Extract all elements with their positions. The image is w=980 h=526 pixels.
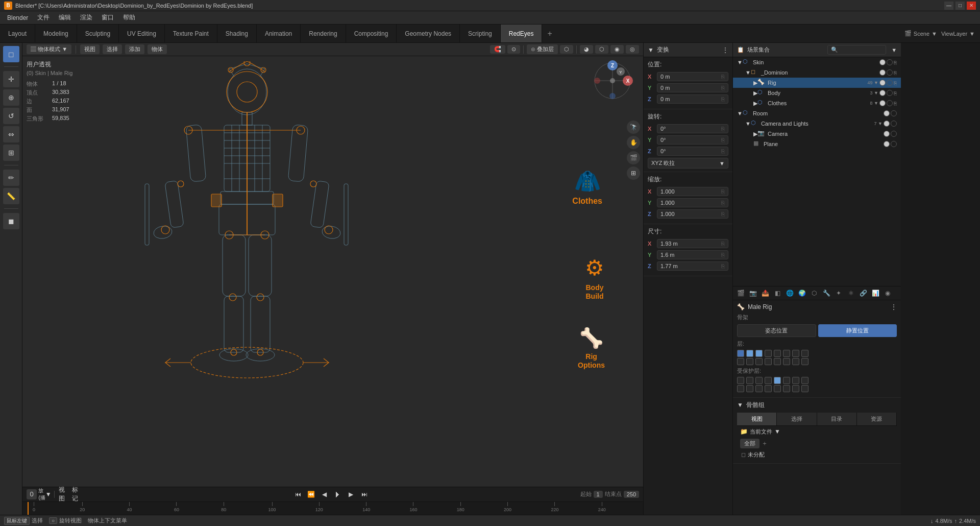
tab-texture-paint[interactable]: Texture Paint	[165, 25, 217, 42]
props-icon-render[interactable]: 📷	[747, 288, 758, 299]
tab-shading[interactable]: Shading	[217, 25, 257, 42]
viewport-add-menu[interactable]: 添加	[125, 44, 144, 54]
bone-layer-7[interactable]	[801, 350, 808, 357]
rest-position-btn[interactable]: 静置位置	[818, 324, 897, 337]
scene-item-camera-lights[interactable]: ▼ ⬡ Camera and Lights 7 ▼	[733, 118, 901, 129]
scene-item-plane-render[interactable]	[891, 141, 897, 147]
scene-item-rig-render[interactable]	[887, 80, 893, 86]
menu-help[interactable]: 帮助	[119, 12, 139, 23]
props-icon-output[interactable]: 📤	[760, 288, 771, 299]
scene-item-clothes-render[interactable]	[887, 100, 893, 106]
frame-counter[interactable]: 0	[27, 489, 37, 499]
scene-item-cal-vis[interactable]	[884, 121, 890, 127]
tab-select[interactable]: 选择	[777, 413, 817, 425]
overlay-toggle[interactable]: ⊙ 叠加层	[527, 44, 558, 54]
scale-x-input[interactable]: 1.000 ⎘	[657, 187, 728, 196]
bone-layer-9[interactable]	[746, 358, 753, 365]
bone-layer-0[interactable]	[737, 350, 744, 357]
scene-search[interactable]: 🔍	[827, 45, 886, 55]
props-icon-object[interactable]: ⬡	[808, 288, 820, 299]
tool-measure[interactable]: 📏	[3, 188, 19, 204]
shading-material[interactable]: ◎	[626, 45, 639, 54]
dim-y-input[interactable]: 1.6 m ⎘	[657, 250, 728, 259]
shading-solid[interactable]: ◕	[580, 45, 593, 54]
tool-annotate[interactable]: ✏	[3, 170, 19, 186]
scene-item-room-vis[interactable]	[884, 110, 890, 116]
scale-z-input[interactable]: 1.000 ⎘	[657, 209, 728, 219]
prot-layer-6[interactable]	[792, 377, 799, 384]
props-icon-constraints[interactable]: 🔗	[857, 288, 869, 299]
prot-layer-13[interactable]	[783, 385, 790, 392]
props-icon-modifier[interactable]: 🔧	[821, 288, 832, 299]
scene-item-camera-render[interactable]	[891, 131, 897, 137]
playback-options[interactable]: 回放(播帧)▼	[40, 489, 50, 499]
props-icon-material[interactable]: ◉	[882, 288, 893, 299]
scene-item-room[interactable]: ▼ ⬡ Room	[733, 108, 901, 118]
tab-assets[interactable]: 资源	[857, 413, 897, 425]
scene-item-camera-vis[interactable]	[884, 131, 890, 137]
prot-layer-2[interactable]	[755, 377, 763, 384]
viewport-orbit-toggle[interactable]: ✋	[627, 136, 640, 149]
play-btn[interactable]: ⏵	[333, 489, 343, 499]
dim-x-input[interactable]: 1.93 m ⎘	[657, 239, 728, 248]
scene-item-dominion-vis[interactable]	[879, 69, 886, 76]
asset-unassigned[interactable]: ◻ 未分配	[737, 449, 897, 460]
scene-item-body-vis[interactable]	[879, 90, 886, 96]
proportional-toggle[interactable]: ⊙	[507, 45, 520, 54]
body-build-overlay[interactable]: ⚙ BodyBuild	[585, 255, 604, 301]
bone-layer-14[interactable]	[792, 358, 799, 365]
play-end-btn[interactable]: ⏭	[359, 489, 370, 499]
scale-y-input[interactable]: 1.000 ⎘	[657, 198, 728, 207]
viewport-view-toggle[interactable]: ⊞	[627, 166, 640, 180]
prot-layer-0[interactable]	[737, 377, 744, 384]
dim-z-input[interactable]: 1.77 m ⎘	[657, 261, 728, 271]
props-icon-particles[interactable]: ✦	[833, 288, 844, 299]
props-icon-data[interactable]: 📊	[870, 288, 881, 299]
pos-x-input[interactable]: 0 m ⎘	[657, 72, 728, 81]
view-menu[interactable]: 视图	[59, 489, 69, 499]
scene-item-dominion[interactable]: ▼ ◻ _Dominion ⎘	[733, 67, 901, 78]
tab-modeling[interactable]: Modeling	[35, 25, 77, 42]
properties-collapse-btn[interactable]: ⋮	[722, 46, 728, 54]
tab-catalog[interactable]: 目录	[817, 413, 857, 425]
menu-render[interactable]: 渲染	[76, 12, 96, 23]
props-icon-scene[interactable]: 🎬	[735, 288, 746, 299]
bone-layer-13[interactable]	[783, 358, 790, 365]
bone-layer-3[interactable]	[765, 350, 772, 357]
rot-y-input[interactable]: 0° ⎘	[657, 135, 728, 145]
scene-item-rig[interactable]: ▶ 🦴 Rig 49 ▼ ⎘	[733, 78, 901, 88]
bone-layer-1[interactable]	[746, 350, 753, 357]
viewport-canvas[interactable]: CG模型主 CG模型主 CG模型主 CG模型主 CG模型主 CG模型主 CG模型…	[22, 56, 643, 487]
prot-layer-11[interactable]	[765, 385, 772, 392]
viewport-perspective-toggle[interactable]: 🔭	[627, 121, 640, 134]
prot-layer-4[interactable]	[774, 377, 781, 384]
menu-edit[interactable]: 编辑	[55, 12, 75, 23]
bone-layer-8[interactable]	[737, 358, 744, 365]
props-icon-world[interactable]: 🌍	[796, 288, 807, 299]
tab-redeyes[interactable]: RedEyes	[501, 25, 543, 42]
prot-layer-3[interactable]	[765, 377, 772, 384]
start-value[interactable]: 1	[594, 491, 603, 498]
pose-position-btn[interactable]: 姿态位置	[737, 324, 816, 337]
mark-menu[interactable]: 标记	[72, 489, 82, 499]
snap-toggle[interactable]: 🧲	[490, 45, 505, 54]
scene-item-plane[interactable]: ▦ Plane	[733, 139, 901, 149]
scene-item-skin-render[interactable]	[887, 59, 893, 65]
prot-layer-5[interactable]	[783, 377, 790, 384]
menu-file[interactable]: 文件	[33, 12, 54, 23]
rotation-mode-selector[interactable]: XYZ 欧拉 ▼	[648, 158, 728, 169]
props-icon-scene-props[interactable]: 🌐	[784, 288, 795, 299]
end-value[interactable]: 250	[624, 491, 639, 498]
tab-rendering[interactable]: Rendering	[301, 25, 346, 42]
pos-y-input[interactable]: 0 m ⎘	[657, 83, 728, 92]
play-prev-btn[interactable]: ⏪	[306, 489, 316, 499]
scene-filter-btn[interactable]: ▼	[891, 47, 897, 53]
tab-geometry-nodes[interactable]: Geometry Nodes	[397, 25, 460, 42]
prot-layer-14[interactable]	[792, 385, 799, 392]
tab-sculpting[interactable]: Sculpting	[77, 25, 119, 42]
clothes-overlay[interactable]: 🧥 Clothes	[572, 169, 602, 206]
bone-layer-4[interactable]	[774, 350, 781, 357]
scene-item-cal-render[interactable]	[891, 121, 897, 127]
scene-item-body-render[interactable]	[887, 90, 893, 96]
bone-layer-2[interactable]	[755, 350, 763, 357]
